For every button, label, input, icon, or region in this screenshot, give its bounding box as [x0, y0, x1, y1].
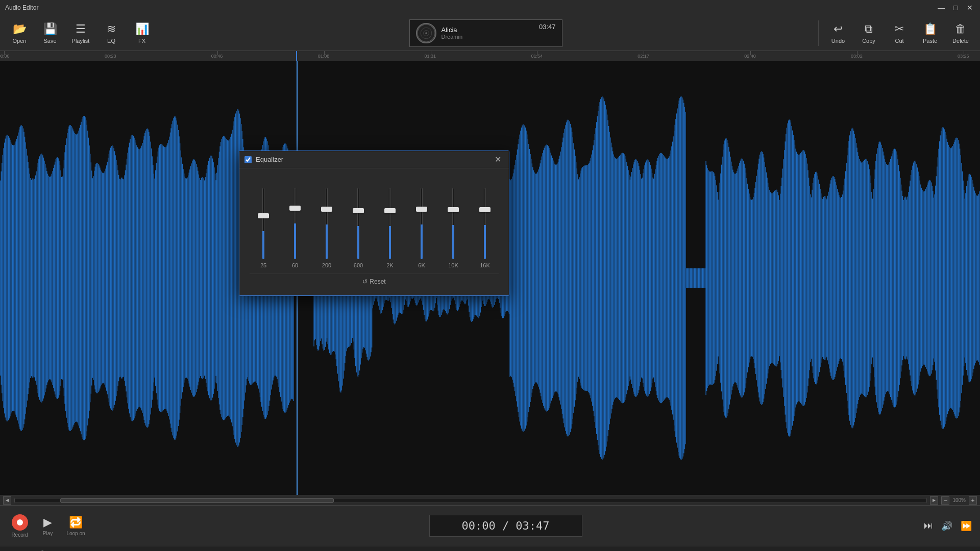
- equalizer-body: 25602006002K6K10K16K ↺ Reset: [239, 168, 509, 295]
- play-button[interactable]: ▶ Play: [36, 516, 59, 536]
- eq-slider-container-16K: [479, 188, 491, 259]
- svg-rect-650: [527, 134, 527, 421]
- svg-rect-161: [128, 153, 128, 404]
- svg-rect-795: [645, 162, 646, 393]
- record-button[interactable]: Record: [8, 514, 31, 538]
- eq-button[interactable]: ≋ EQ: [97, 18, 126, 48]
- eq-thumb-16K[interactable]: [479, 207, 491, 212]
- svg-rect-666: [540, 163, 541, 393]
- eq-thumb-60[interactable]: [289, 206, 301, 211]
- svg-rect-873: [709, 171, 709, 385]
- playlist-button[interactable]: ☰ Playlist: [66, 18, 95, 48]
- copy-button[interactable]: ⧉ Copy: [854, 18, 883, 48]
- equalizer-sliders: 25602006002K6K10K16K: [250, 177, 499, 268]
- svg-rect-1129: [918, 171, 918, 384]
- svg-rect-884: [718, 199, 718, 356]
- zoom-out-button[interactable]: −: [941, 496, 949, 505]
- svg-rect-892: [724, 140, 725, 415]
- svg-rect-952: [773, 192, 774, 364]
- skip-to-end-button[interactable]: ⏭: [924, 520, 933, 531]
- svg-rect-265: [212, 159, 213, 398]
- svg-rect-814: [660, 153, 661, 404]
- delete-button[interactable]: 🗑 Delete: [946, 18, 975, 48]
- cut-button[interactable]: ✂ Cut: [885, 18, 914, 48]
- svg-rect-152: [120, 179, 120, 377]
- svg-rect-277: [222, 137, 223, 419]
- zoom-in-button[interactable]: +: [969, 496, 977, 505]
- svg-rect-1066: [867, 159, 867, 396]
- svg-rect-208: [166, 147, 166, 410]
- svg-rect-1134: [922, 190, 922, 366]
- equalizer-reset-button[interactable]: ↺ Reset: [362, 278, 385, 285]
- ruler-mark: 02:40: [744, 54, 756, 59]
- svg-rect-1135: [923, 191, 923, 365]
- svg-rect-30: [20, 126, 21, 431]
- loop-button[interactable]: 🔁 Loop on: [64, 516, 87, 536]
- eq-thumb-200[interactable]: [321, 207, 332, 212]
- svg-rect-1153: [938, 157, 938, 398]
- eq-thumb-10K[interactable]: [448, 207, 459, 212]
- delete-icon: 🗑: [955, 22, 966, 36]
- scroll-right-button[interactable]: ▶: [930, 496, 938, 505]
- minimize-button[interactable]: —: [936, 3, 946, 13]
- volume-button[interactable]: 🔊: [941, 520, 952, 532]
- speed-button[interactable]: ⏩: [961, 520, 972, 532]
- svg-rect-1077: [875, 161, 876, 395]
- svg-rect-285: [229, 140, 229, 416]
- eq-band-25: 25: [250, 188, 277, 268]
- svg-rect-1067: [867, 161, 868, 395]
- svg-rect-276: [222, 139, 222, 417]
- undo-button[interactable]: ↩ Undo: [824, 18, 852, 48]
- maximize-button[interactable]: □: [950, 3, 961, 13]
- svg-rect-949: [771, 193, 771, 363]
- svg-rect-227: [181, 157, 182, 398]
- ruler-mark: 02:17: [638, 54, 649, 59]
- svg-rect-757: [614, 157, 615, 399]
- equalizer-close-button[interactable]: ✕: [492, 154, 504, 166]
- svg-rect-52: [38, 159, 39, 397]
- svg-rect-1136: [924, 192, 924, 365]
- svg-rect-665: [539, 167, 540, 390]
- close-button[interactable]: ✕: [965, 3, 975, 13]
- svg-rect-687: [557, 164, 557, 393]
- eq-thumb-25[interactable]: [258, 213, 269, 218]
- svg-rect-938: [762, 152, 763, 405]
- svg-rect-73: [56, 159, 56, 397]
- svg-rect-673: [546, 145, 546, 411]
- svg-rect-768: [623, 153, 624, 403]
- timeline-ruler[interactable]: 00:0000:2300:4601:0801:3101:5402:1702:40…: [0, 51, 980, 61]
- record-icon: [12, 514, 28, 531]
- paste-button[interactable]: 📋 Paste: [916, 18, 944, 48]
- svg-rect-178: [141, 146, 142, 411]
- eq-thumb-6K[interactable]: [416, 207, 427, 212]
- scrollbar-track[interactable]: [14, 498, 927, 503]
- svg-rect-1104: [897, 159, 898, 397]
- svg-rect-933: [758, 164, 758, 392]
- scroll-left-button[interactable]: ◀: [3, 496, 11, 505]
- eq-thumb-2K[interactable]: [384, 208, 396, 213]
- equalizer-dialog: Equalizer ✕ 25602006002K6K10K16K ↺ Reset: [239, 151, 509, 296]
- svg-rect-871: [707, 168, 708, 388]
- svg-rect-869: [705, 161, 706, 395]
- svg-rect-139: [109, 151, 110, 406]
- svg-point-3: [425, 32, 427, 34]
- fx-button[interactable]: 📊 FX: [128, 18, 156, 48]
- scrollbar-thumb[interactable]: [60, 498, 334, 503]
- svg-rect-856: [695, 268, 696, 288]
- svg-rect-27: [18, 133, 18, 424]
- svg-rect-939: [763, 154, 763, 402]
- svg-rect-944: [767, 178, 767, 378]
- svg-rect-654: [530, 154, 530, 402]
- equalizer-enable-checkbox[interactable]: [244, 156, 252, 163]
- svg-rect-656: [532, 163, 532, 392]
- svg-rect-192: [153, 165, 153, 391]
- svg-rect-672: [545, 146, 545, 410]
- svg-rect-1003: [815, 172, 816, 384]
- open-button[interactable]: 📂 Open: [5, 18, 34, 48]
- svg-rect-719: [583, 166, 583, 390]
- svg-rect-906: [736, 173, 737, 383]
- save-button[interactable]: 💾 Save: [36, 18, 64, 48]
- svg-rect-744: [603, 98, 604, 458]
- svg-rect-875: [710, 171, 711, 385]
- eq-thumb-600[interactable]: [353, 208, 364, 213]
